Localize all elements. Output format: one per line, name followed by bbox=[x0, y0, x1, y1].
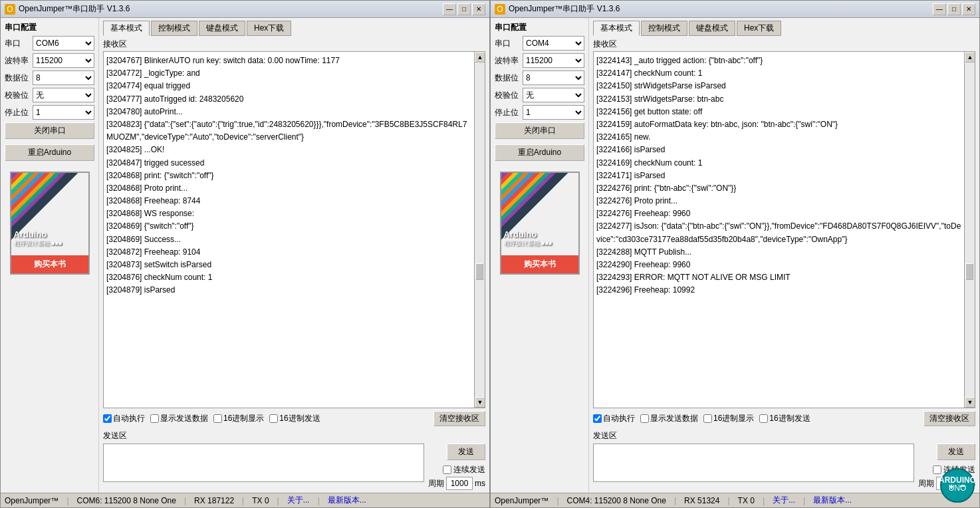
continuous-send-checkbox[interactable] bbox=[443, 465, 451, 474]
title-bar: OOpenJumper™串口助手 V1.3.6—□✕ bbox=[1, 1, 489, 18]
stop-select[interactable]: 1 bbox=[523, 105, 584, 120]
baud-select[interactable]: 115200 bbox=[33, 53, 94, 68]
data-select[interactable]: 8 bbox=[523, 70, 584, 85]
tab-键盘模式[interactable]: 键盘模式 bbox=[689, 21, 735, 36]
log-line: [3224150] strWidgetsParse isParsed bbox=[596, 80, 961, 92]
status-about[interactable]: 关于... bbox=[287, 495, 310, 506]
baud-select-label: 波特率 bbox=[495, 55, 523, 66]
checkbox-16进制显示[interactable] bbox=[213, 414, 222, 423]
status-about[interactable]: 关于... bbox=[773, 495, 795, 506]
status-brand: OpenJumper™ bbox=[5, 496, 59, 505]
data-select-label: 数据位 bbox=[495, 72, 523, 84]
scroll-down-button[interactable]: ▼ bbox=[965, 397, 975, 408]
parity-select[interactable]: 无 bbox=[523, 88, 584, 102]
svg-text:O: O bbox=[497, 5, 503, 14]
send-button[interactable]: 发送 bbox=[447, 444, 485, 460]
scroll-thumb[interactable] bbox=[475, 263, 483, 280]
svg-text:O: O bbox=[7, 5, 13, 14]
status-tx: TX 0 bbox=[252, 496, 269, 505]
period-row: 周期ms bbox=[428, 477, 485, 490]
log-line: [3224171] isParsed bbox=[596, 170, 961, 182]
log-line: [3224166] isParsed bbox=[596, 144, 961, 156]
send-input[interactable] bbox=[593, 444, 914, 482]
log-line: [3204825] ...OK! bbox=[106, 144, 471, 156]
check-16进制发送[interactable]: 16进制发送 bbox=[759, 413, 810, 424]
check-显示发送数据[interactable]: 显示发送数据 bbox=[150, 413, 208, 424]
parity-select[interactable]: 无 bbox=[33, 88, 94, 102]
tab-控制模式[interactable]: 控制模式 bbox=[641, 21, 687, 36]
checkbox-自动执行[interactable] bbox=[593, 414, 602, 423]
maximize-button[interactable]: □ bbox=[947, 3, 961, 15]
status-rx: RX 187122 bbox=[194, 496, 234, 505]
scroll-thumb[interactable] bbox=[965, 263, 973, 280]
close-serial-button[interactable]: 关闭串口 bbox=[495, 122, 584, 139]
check-显示发送数据[interactable]: 显示发送数据 bbox=[640, 413, 698, 424]
minimize-button[interactable]: — bbox=[443, 3, 456, 15]
checkbox-显示发送数据[interactable] bbox=[150, 414, 159, 423]
parity-select-label: 校验位 bbox=[5, 90, 33, 101]
log-line: [3224296] Freeheap: 10992 bbox=[596, 284, 961, 297]
log-line: [3224276] Freeheap: 9960 bbox=[596, 207, 961, 220]
send-area-label: 发送区 bbox=[593, 430, 975, 442]
check-16进制显示[interactable]: 16进制显示 bbox=[213, 413, 264, 424]
data-select[interactable]: 8 bbox=[33, 70, 94, 85]
buy-book-button[interactable]: 购买本书 bbox=[501, 255, 578, 273]
checkbox-16进制发送[interactable] bbox=[759, 414, 768, 423]
send-button[interactable]: 发送 bbox=[937, 444, 975, 460]
serial-config-label: 串口配置 bbox=[5, 22, 94, 33]
window-title: OpenJumper™串口助手 V1.3.6 bbox=[19, 3, 443, 15]
close-button[interactable]: ✕ bbox=[472, 3, 485, 15]
checkbox-自动执行[interactable] bbox=[103, 414, 112, 423]
continuous-send-label[interactable]: 连续发送 bbox=[443, 464, 485, 475]
buy-book-button[interactable]: 购买本书 bbox=[11, 255, 88, 273]
clear-receive-button[interactable]: 清空接收区 bbox=[433, 411, 485, 426]
send-input[interactable] bbox=[103, 444, 424, 482]
restart-arduino-button[interactable]: 重启Arduino bbox=[5, 144, 94, 161]
checkbox-16进制发送[interactable] bbox=[269, 414, 278, 423]
tab-基本模式[interactable]: 基本模式 bbox=[103, 21, 150, 36]
tab-键盘模式[interactable]: 键盘模式 bbox=[199, 21, 245, 36]
parity-select-label: 校验位 bbox=[495, 90, 523, 101]
period-label: 周期 bbox=[428, 478, 444, 489]
status-version[interactable]: 最新版本... bbox=[813, 495, 852, 506]
clear-receive-button[interactable]: 清空接收区 bbox=[923, 411, 975, 426]
check-16进制显示[interactable]: 16进制显示 bbox=[703, 413, 754, 424]
log-line: [3204868] Freeheap: 8744 bbox=[106, 195, 471, 207]
send-area-label: 发送区 bbox=[103, 430, 485, 442]
log-line: [3224276] Proto print... bbox=[596, 195, 961, 207]
scroll-down-button[interactable]: ▼ bbox=[475, 397, 485, 408]
port-select[interactable]: COM6 bbox=[33, 36, 94, 51]
tab-控制模式[interactable]: 控制模式 bbox=[151, 21, 197, 36]
close-serial-button[interactable]: 关闭串口 bbox=[5, 122, 94, 139]
restart-arduino-button[interactable]: 重启Arduino bbox=[495, 144, 584, 161]
scroll-up-button[interactable]: ▲ bbox=[965, 52, 975, 63]
minimize-button[interactable]: — bbox=[933, 3, 946, 15]
log-line: [3204847] trigged sucessed bbox=[106, 157, 471, 170]
stop-select[interactable]: 1 bbox=[33, 105, 94, 120]
close-button[interactable]: ✕ bbox=[962, 3, 975, 15]
check-自动执行[interactable]: 自动执行 bbox=[103, 413, 145, 424]
period-input[interactable] bbox=[446, 477, 473, 490]
maximize-button[interactable]: □ bbox=[457, 3, 471, 15]
checkbox-16进制显示[interactable] bbox=[703, 414, 712, 423]
status-bar: OpenJumper™|COM4: 115200 8 None One|RX 5… bbox=[491, 493, 979, 507]
tab-基本模式[interactable]: 基本模式 bbox=[593, 21, 640, 36]
checkbox-显示发送数据[interactable] bbox=[640, 414, 649, 423]
scroll-up-button[interactable]: ▲ bbox=[475, 52, 485, 63]
period-unit: ms bbox=[475, 479, 485, 488]
tab-Hex下载[interactable]: Hex下载 bbox=[737, 21, 781, 36]
tab-Hex下载[interactable]: Hex下载 bbox=[247, 21, 291, 36]
title-bar: OOpenJumper™串口助手 V1.3.6—□✕ bbox=[491, 1, 979, 18]
windows-container: OOpenJumper™串口助手 V1.3.6—□✕串口配置串口COM6波特率1… bbox=[0, 0, 980, 508]
baud-select[interactable]: 115200 bbox=[523, 53, 584, 68]
log-line: [3224290] Freeheap: 9960 bbox=[596, 259, 961, 271]
status-version[interactable]: 最新版本... bbox=[328, 495, 366, 506]
port-select[interactable]: COM4 bbox=[523, 36, 584, 51]
port-select-label: 串口 bbox=[495, 38, 523, 49]
check-16进制发送[interactable]: 16进制发送 bbox=[269, 413, 320, 424]
status-brand: OpenJumper™ bbox=[495, 496, 549, 505]
log-line: [3224147] checkNum count: 1 bbox=[596, 67, 961, 80]
status-bar: OpenJumper™|COM6: 115200 8 None One|RX 1… bbox=[1, 493, 489, 507]
check-自动执行[interactable]: 自动执行 bbox=[593, 413, 635, 424]
log-line: [3224153] strWidgetsParse: btn-abc bbox=[596, 93, 961, 106]
